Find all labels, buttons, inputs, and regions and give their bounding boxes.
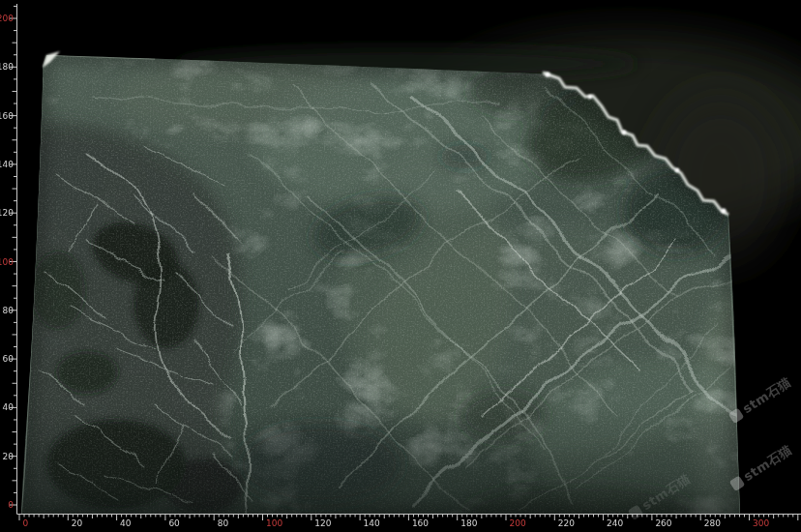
bottom-ruler-label: 220 xyxy=(558,518,575,528)
bottom-ruler-label: 300 xyxy=(753,518,769,528)
bottom-ruler-label: 160 xyxy=(412,518,429,528)
left-ruler-label: 140 xyxy=(0,160,14,169)
bottom-ruler-label: 40 xyxy=(120,518,132,528)
bottom-ruler-label: 100 xyxy=(266,518,282,528)
bottom-ruler-label: 120 xyxy=(314,518,331,528)
left-ruler-label: 0 xyxy=(8,500,14,510)
bottom-ruler-label: 0 xyxy=(23,518,29,528)
left-ruler-label: 40 xyxy=(3,402,15,412)
left-ruler-label: 160 xyxy=(0,111,14,121)
bottom-ruler-label: 240 xyxy=(607,518,623,528)
bottom-ruler-label: 180 xyxy=(460,518,477,528)
left-ruler-label: 180 xyxy=(0,62,14,72)
left-ruler-label: 200 xyxy=(0,14,14,23)
slab-image: 020406080100120140160180200 020406080100… xyxy=(0,0,801,532)
bottom-ruler-label: 260 xyxy=(655,518,671,528)
bottom-ruler-label: 200 xyxy=(510,518,526,528)
left-ruler-label: 80 xyxy=(3,306,15,315)
left-ruler-label: 60 xyxy=(3,354,15,364)
slab-viewer: 020406080100120140160180200 020406080100… xyxy=(0,0,801,532)
bottom-ruler-label: 140 xyxy=(364,518,380,528)
bottom-ruler-label: 80 xyxy=(218,518,229,528)
left-ruler-label: 120 xyxy=(0,208,14,218)
bottom-ruler-label: 20 xyxy=(72,518,83,528)
left-ruler-label: 20 xyxy=(3,452,15,461)
bottom-ruler-label: 60 xyxy=(168,518,180,528)
left-ruler-label: 100 xyxy=(0,257,14,267)
bottom-ruler-label: 280 xyxy=(704,518,721,528)
